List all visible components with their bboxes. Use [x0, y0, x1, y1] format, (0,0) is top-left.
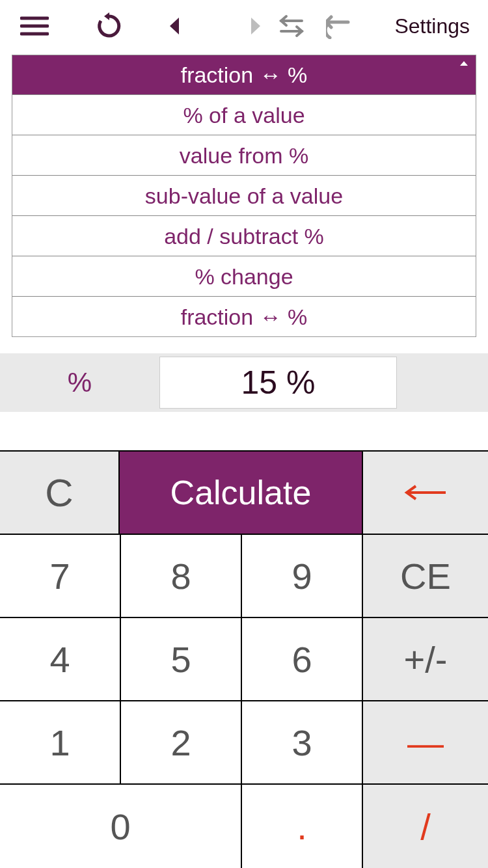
key-2[interactable]: 2	[121, 701, 242, 785]
mode-item-subvalue[interactable]: sub-value of a value	[12, 175, 476, 215]
input-label: %	[0, 367, 159, 398]
input-row: % 15 %	[0, 353, 488, 412]
mode-item-add-subtract[interactable]: add / subtract %	[12, 215, 476, 256]
dot-glyph: .	[297, 806, 307, 848]
mode-item-percent-of-value[interactable]: % of a value	[12, 94, 476, 135]
slash-glyph: /	[420, 806, 431, 848]
mode-selected-header[interactable]: fraction ↔ %	[12, 55, 476, 94]
undo-icon[interactable]	[319, 13, 361, 39]
key-minus[interactable]: —	[363, 701, 488, 785]
toolbar: Settings	[0, 0, 488, 52]
percent-input[interactable]: 15 %	[159, 357, 397, 409]
refresh-icon[interactable]	[88, 12, 130, 40]
key-3[interactable]: 3	[242, 701, 363, 785]
chevron-up-icon	[459, 59, 469, 67]
backspace-icon	[403, 485, 448, 500]
menu-icon[interactable]	[13, 16, 55, 36]
settings-link[interactable]: Settings	[394, 14, 475, 38]
key-6[interactable]: 6	[242, 618, 363, 701]
key-0[interactable]: 0	[0, 785, 242, 868]
mode-item-fraction-percent[interactable]: fraction ↔ %	[12, 296, 476, 336]
mode-header-label: fraction ↔ %	[181, 62, 308, 87]
key-backspace[interactable]	[363, 452, 488, 535]
mode-item-value-from-percent[interactable]: value from %	[12, 135, 476, 175]
key-slash[interactable]: /	[363, 785, 488, 868]
minus-glyph: —	[407, 722, 444, 764]
key-sign[interactable]: +/-	[363, 618, 488, 701]
key-dot[interactable]: .	[242, 785, 363, 868]
key-1[interactable]: 1	[0, 701, 121, 785]
nav-left-icon[interactable]	[153, 16, 195, 36]
key-7[interactable]: 7	[0, 535, 121, 618]
mode-dropdown: fraction ↔ % % of a value value from % s…	[12, 55, 476, 337]
key-4[interactable]: 4	[0, 618, 121, 701]
key-ce[interactable]: CE	[363, 535, 488, 618]
keypad: C Calculate 7 8 9 CE 4 5 6 +/- 1 2 3 — 0…	[0, 450, 488, 868]
key-8[interactable]: 8	[121, 535, 242, 618]
key-calculate[interactable]: Calculate	[120, 452, 363, 535]
key-5[interactable]: 5	[121, 618, 242, 701]
key-9[interactable]: 9	[242, 535, 363, 618]
swap-icon[interactable]	[270, 14, 312, 38]
key-clear[interactable]: C	[0, 452, 120, 535]
mode-item-percent-change[interactable]: % change	[12, 256, 476, 296]
